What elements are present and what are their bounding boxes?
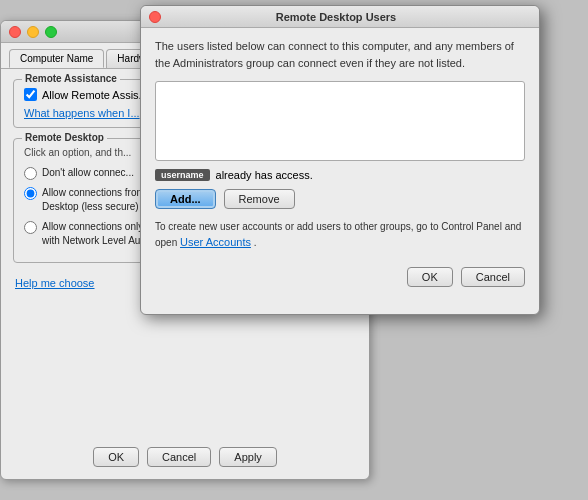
- already-has-access-text: already has access.: [216, 169, 313, 181]
- radio-dont-allow-input[interactable]: [24, 167, 37, 180]
- remote-assistance-label: Remote Assistance: [22, 73, 120, 84]
- tab-computer-name[interactable]: Computer Name: [9, 49, 104, 68]
- dialog-ok-cancel: OK Cancel: [155, 263, 525, 291]
- dialog-titlebar: Remote Desktop Users: [141, 6, 539, 28]
- what-happens-link[interactable]: What happens when I...: [24, 107, 140, 119]
- bg-close-btn[interactable]: [9, 26, 21, 38]
- dialog-ok-button[interactable]: OK: [407, 267, 453, 287]
- user-accounts-link[interactable]: User Accounts: [180, 236, 251, 248]
- remove-button[interactable]: Remove: [224, 189, 295, 209]
- note-text-end: .: [254, 237, 257, 248]
- add-remove-row: Add... Remove: [155, 189, 525, 209]
- bg-bottom-buttons: OK Cancel Apply: [1, 447, 369, 467]
- bg-apply-button[interactable]: Apply: [219, 447, 277, 467]
- users-listbox[interactable]: [155, 81, 525, 161]
- remote-desktop-label: Remote Desktop: [22, 132, 107, 143]
- bg-min-btn[interactable]: [27, 26, 39, 38]
- has-access-row: username already has access.: [155, 169, 525, 181]
- dialog-body: The users listed below can connect to th…: [141, 28, 539, 301]
- add-button[interactable]: Add...: [155, 189, 216, 209]
- dialog-cancel-button[interactable]: Cancel: [461, 267, 525, 287]
- help-me-choose-link[interactable]: Help me choose: [15, 277, 95, 289]
- allow-remote-assistance-label: Allow Remote Assis...: [42, 89, 148, 101]
- allow-remote-assistance-checkbox[interactable]: [24, 88, 37, 101]
- radio-nla-only-input[interactable]: [24, 221, 37, 234]
- dialog-title: Remote Desktop Users: [141, 11, 531, 23]
- bg-ok-button[interactable]: OK: [93, 447, 139, 467]
- bg-max-btn[interactable]: [45, 26, 57, 38]
- remote-desktop-users-dialog: Remote Desktop Users The users listed be…: [140, 5, 540, 315]
- radio-any-version-input[interactable]: [24, 187, 37, 200]
- user-badge: username: [155, 169, 210, 181]
- dialog-description: The users listed below can connect to th…: [155, 38, 525, 71]
- bg-cancel-button[interactable]: Cancel: [147, 447, 211, 467]
- note-text: To create new user accounts or add users…: [155, 219, 525, 251]
- radio-dont-allow-label: Don't allow connec...: [42, 166, 134, 180]
